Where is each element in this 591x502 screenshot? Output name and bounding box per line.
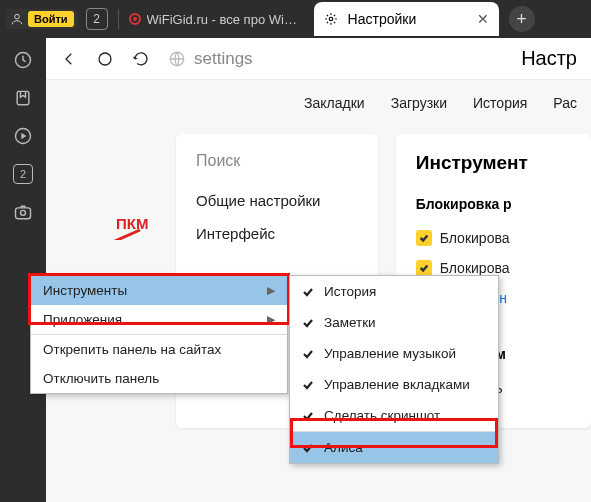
background-tab[interactable]: WiFiGid.ru - все про WiFi и: [129, 12, 302, 27]
submenu-item-label: Управление вкладками: [324, 377, 470, 392]
yandex-ring-icon[interactable]: [96, 50, 114, 68]
globe-icon: [168, 50, 186, 68]
browser-tab-strip: Войти 2 WiFiGid.ru - все про WiFi и Наст…: [0, 0, 591, 38]
camera-icon[interactable]: [13, 202, 33, 222]
settings-nav: Закладки Загрузки История Рас: [46, 80, 591, 126]
chevron-right-icon: ▶: [267, 284, 275, 297]
nav-item-downloads[interactable]: Загрузки: [391, 95, 447, 111]
checkbox-icon: [416, 230, 432, 246]
submenu-item-notes[interactable]: Заметки: [290, 307, 498, 338]
submenu-item-label: Алиса: [324, 440, 363, 455]
nav-item-history[interactable]: История: [473, 95, 527, 111]
sidebar-context-menu: Инструменты ▶ Приложения ▶ Открепить пан…: [30, 275, 288, 394]
ctx-item-label: Приложения: [43, 312, 122, 327]
active-tab[interactable]: Настройки ✕: [314, 2, 499, 36]
browser-sidebar: 2: [0, 38, 46, 502]
tools-submenu: История Заметки Управление музыкой Управ…: [289, 275, 499, 464]
ctx-item-label: Открепить панель на сайтах: [43, 342, 221, 357]
checkbox-label: Блокирова: [440, 230, 510, 246]
submenu-item-label: Управление музыкой: [324, 346, 456, 361]
checkbox-row[interactable]: Блокирова: [416, 230, 571, 246]
address-text: settings: [194, 49, 253, 69]
tabs-box-icon[interactable]: 2: [13, 164, 33, 184]
gear-icon: [324, 12, 338, 26]
card-title: Инструмент: [416, 152, 571, 174]
submenu-item-label: Сделать скриншот: [324, 408, 440, 423]
check-icon: [302, 348, 314, 360]
address-bar[interactable]: settings: [168, 49, 503, 69]
svg-point-1: [329, 17, 333, 21]
check-icon: [302, 317, 314, 329]
subsection-title: Блокировка р: [416, 196, 571, 212]
checkbox-icon: [416, 260, 432, 276]
tab-count-badge[interactable]: 2: [86, 8, 108, 30]
reload-icon[interactable]: [132, 50, 150, 68]
submenu-item-history[interactable]: История: [290, 276, 498, 307]
chevron-right-icon: ▶: [267, 313, 275, 326]
svg-point-0: [15, 14, 20, 19]
card-title: Поиск: [196, 152, 358, 170]
nav-item-extensions[interactable]: Рас: [553, 95, 577, 111]
ctx-item-label: Инструменты: [43, 283, 127, 298]
submenu-item-tabs[interactable]: Управление вкладками: [290, 369, 498, 400]
login-button[interactable]: Войти: [28, 11, 74, 27]
check-icon: [302, 286, 314, 298]
bookmark-icon[interactable]: [13, 88, 33, 108]
play-icon[interactable]: [13, 126, 33, 146]
svg-rect-3: [17, 91, 29, 104]
annotation-label: ПКМ: [116, 215, 148, 232]
ctx-item-label: Отключить панель: [43, 371, 159, 386]
ctx-item-apps[interactable]: Приложения ▶: [31, 305, 287, 334]
card-item[interactable]: Интерфейс: [196, 225, 358, 242]
nav-item-bookmarks[interactable]: Закладки: [304, 95, 365, 111]
checkbox-label: Блокирова: [440, 260, 510, 276]
card-item[interactable]: Общие настройки: [196, 192, 358, 209]
submenu-item-label: История: [324, 284, 376, 299]
ctx-item-disable[interactable]: Отключить панель: [31, 364, 287, 393]
clock-icon[interactable]: [13, 50, 33, 70]
submenu-item-alisa[interactable]: Алиса: [290, 432, 498, 463]
new-tab-button[interactable]: +: [509, 6, 535, 32]
svg-point-7: [99, 53, 111, 65]
separator: [118, 9, 119, 29]
ctx-item-tools[interactable]: Инструменты ▶: [31, 276, 287, 305]
ctx-item-unpin[interactable]: Открепить панель на сайтах: [31, 335, 287, 364]
check-icon: [302, 442, 314, 454]
close-icon[interactable]: ✕: [477, 11, 489, 27]
tab-title: Настройки: [348, 11, 417, 27]
submenu-item-label: Заметки: [324, 315, 376, 330]
check-icon: [302, 379, 314, 391]
checkbox-row[interactable]: Блокирова: [416, 260, 571, 276]
svg-point-6: [21, 210, 26, 215]
browser-toolbar: settings Настр: [46, 38, 591, 80]
wifi-favicon-icon: [129, 13, 141, 25]
submenu-item-screenshot[interactable]: Сделать скриншот: [290, 400, 498, 431]
tab-title: WiFiGid.ru - все про WiFi и: [147, 12, 302, 27]
back-icon[interactable]: [60, 50, 78, 68]
page-heading: Настр: [521, 47, 577, 70]
svg-rect-5: [16, 208, 31, 219]
check-icon: [302, 410, 314, 422]
profile-badge[interactable]: Войти: [6, 9, 78, 29]
submenu-item-music[interactable]: Управление музыкой: [290, 338, 498, 369]
